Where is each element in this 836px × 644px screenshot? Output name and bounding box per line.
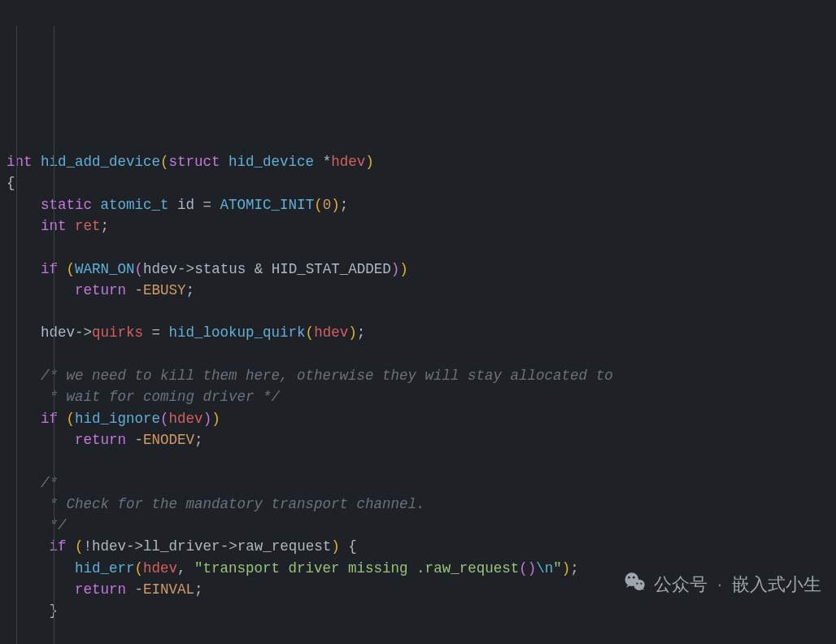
watermark-left: 公众号 [654,574,708,595]
code-line: if (hid_ignore(hdev)) [7,408,829,429]
code-line [7,301,829,322]
code-line: * wait for coming driver */ [7,386,829,407]
code-line: int ret; [7,215,829,237]
code-line: int hid_add_device(struct hid_device *hd… [7,151,829,172]
svg-point-5 [640,583,642,585]
code-line: return -EBUSY; [7,280,829,301]
watermark-dot: · [717,574,722,595]
code-line: /* [7,472,829,494]
code-line: /* we need to kill them here, otherwise … [7,365,829,386]
code-line [7,622,829,643]
svg-point-4 [636,583,638,585]
code-line [7,237,829,258]
code-line: */ [7,515,829,536]
code-line: hdev->quirks = hid_lookup_quirk(hdev); [7,322,829,343]
code-line [7,450,829,472]
watermark-right: 嵌入式小生 [732,574,821,595]
svg-point-2 [628,577,630,579]
code-line [7,344,829,365]
svg-point-3 [633,577,635,579]
code-line: { [7,172,829,194]
code-line: return -ENODEV; [7,429,829,450]
code-line: if (WARN_ON(hdev->status & HID_STAT_ADDE… [7,259,829,280]
code-line: * Check for the mandatory transport chan… [7,494,829,515]
svg-point-1 [634,580,644,590]
watermark: 公众号 · 嵌入式小生 [603,549,821,621]
wechat-icon [603,549,647,621]
code-line: static atomic_t id = ATOMIC_INIT(0); [7,194,829,215]
